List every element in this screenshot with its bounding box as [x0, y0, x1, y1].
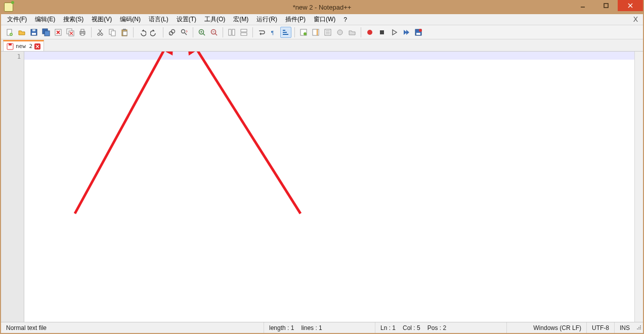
menu-macro[interactable]: 宏(M)	[229, 14, 252, 25]
svg-rect-74	[640, 327, 641, 328]
status-encoding[interactable]: UTF-8	[587, 322, 615, 333]
menu-run[interactable]: 运行(R)	[252, 14, 281, 25]
svg-rect-10	[32, 29, 35, 31]
show-all-chars-icon[interactable]: ¶	[268, 27, 279, 38]
svg-rect-30	[123, 29, 126, 30]
cut-icon[interactable]	[95, 27, 106, 38]
svg-rect-67	[9, 43, 12, 45]
menu-window[interactable]: 窗口(W)	[310, 14, 339, 25]
function-list-icon[interactable]	[334, 27, 346, 38]
find-icon[interactable]	[166, 27, 178, 38]
status-length-lines: length : 1 lines : 1	[264, 322, 375, 333]
svg-rect-28	[111, 31, 115, 36]
resize-grip[interactable]	[635, 324, 643, 331]
language-user-icon[interactable]	[298, 27, 309, 38]
svg-line-36	[185, 33, 187, 35]
menu-encoding[interactable]: 编码(N)	[116, 14, 145, 25]
svg-line-40	[203, 33, 205, 35]
app-window: *new 2 - Notepad++ 文件(F) 编辑(E) 搜索(S) 视图(…	[0, 0, 644, 334]
toolbar-separator	[361, 27, 361, 37]
tab-bar: new 2	[1, 39, 643, 52]
menu-plugins[interactable]: 插件(P)	[281, 14, 310, 25]
text-editor[interactable]	[24, 52, 634, 322]
tab-new-2[interactable]: new 2	[3, 40, 44, 51]
title-bar[interactable]: *new 2 - Notepad++	[1, 0, 643, 14]
status-pos: Pos : 2	[427, 324, 446, 331]
doc-map-icon[interactable]	[310, 27, 321, 38]
maximize-button[interactable]	[594, 0, 618, 11]
save-all-icon[interactable]	[40, 27, 52, 38]
undo-icon[interactable]	[137, 27, 148, 38]
menu-view[interactable]: 视图(V)	[88, 14, 116, 25]
line-number: 1	[1, 53, 21, 61]
window-controls	[571, 0, 643, 11]
svg-point-35	[182, 29, 185, 33]
menu-bar: 文件(F) 编辑(E) 搜索(S) 视图(V) 编码(N) 语言(L) 设置(T…	[1, 14, 643, 25]
svg-line-43	[215, 33, 217, 35]
svg-rect-1	[604, 4, 608, 8]
close-button[interactable]	[618, 0, 643, 11]
menu-language[interactable]: 语言(L)	[145, 14, 173, 25]
status-eol[interactable]: Windows (CR LF)	[528, 322, 587, 333]
zoom-in-icon[interactable]	[196, 27, 207, 38]
word-wrap-icon[interactable]	[256, 27, 267, 38]
indent-guide-icon[interactable]	[280, 27, 291, 38]
svg-rect-75	[637, 328, 638, 329]
zoom-out-icon[interactable]	[208, 27, 220, 38]
status-ins[interactable]: INS	[615, 322, 635, 333]
menu-help[interactable]: ?	[339, 15, 351, 24]
minimize-button[interactable]	[571, 0, 594, 11]
menu-settings[interactable]: 设置(T)	[173, 14, 200, 25]
sync-v-icon[interactable]	[226, 27, 237, 38]
stop-macro-icon[interactable]	[376, 27, 388, 38]
play-macro-icon[interactable]	[389, 27, 400, 38]
toolbar-separator	[91, 27, 92, 37]
folder-workspace-icon[interactable]	[347, 27, 358, 38]
doc-list-icon[interactable]	[322, 27, 333, 38]
open-file-icon[interactable]	[16, 27, 27, 38]
status-file-type: Normal text file	[1, 322, 264, 333]
tab-close-button[interactable]	[34, 43, 40, 50]
window-title: *new 2 - Notepad++	[293, 4, 352, 11]
svg-rect-12	[45, 31, 50, 36]
menu-file[interactable]: 文件(F)	[3, 14, 31, 25]
toolbar-separator	[223, 27, 223, 37]
line-number-gutter: 1	[1, 52, 24, 322]
svg-rect-46	[241, 29, 247, 32]
toolbar-separator	[163, 27, 163, 37]
svg-rect-9	[32, 33, 36, 35]
menu-tools[interactable]: 工具(O)	[200, 14, 229, 25]
svg-line-71	[189, 52, 300, 214]
replace-icon[interactable]	[179, 27, 190, 38]
run-macro-multi-icon[interactable]	[401, 27, 412, 38]
status-ln: Ln : 1	[380, 324, 396, 331]
copy-icon[interactable]	[107, 27, 118, 38]
close-all-icon[interactable]	[65, 27, 76, 38]
paste-icon[interactable]	[119, 27, 130, 38]
close-document-button[interactable]: X	[631, 15, 640, 23]
svg-rect-21	[81, 29, 84, 31]
record-macro-icon[interactable]	[364, 27, 375, 38]
print-icon[interactable]	[77, 27, 88, 38]
menu-edit[interactable]: 编辑(E)	[31, 14, 59, 25]
save-macro-icon[interactable]	[413, 27, 424, 38]
svg-rect-44	[229, 29, 231, 35]
toolbar-separator	[133, 27, 134, 37]
svg-rect-73	[638, 327, 639, 328]
vertical-scrollbar[interactable]	[634, 52, 643, 322]
status-col: Col : 5	[403, 324, 420, 331]
redo-icon[interactable]	[149, 27, 160, 38]
menu-search[interactable]: 搜索(S)	[59, 14, 88, 25]
annotation-overlay	[24, 52, 634, 322]
svg-point-24	[101, 33, 103, 35]
toolbar-separator	[193, 27, 193, 37]
editor-area: 1	[1, 52, 643, 322]
svg-rect-62	[380, 30, 384, 34]
close-file-icon[interactable]	[53, 27, 64, 38]
sync-h-icon[interactable]	[238, 27, 249, 38]
status-cursor: Ln : 1 Col : 5 Pos : 2	[375, 322, 507, 333]
save-icon[interactable]	[28, 27, 39, 38]
toolbar-separator	[294, 27, 295, 37]
new-file-icon[interactable]	[4, 27, 15, 38]
svg-rect-76	[638, 328, 639, 329]
